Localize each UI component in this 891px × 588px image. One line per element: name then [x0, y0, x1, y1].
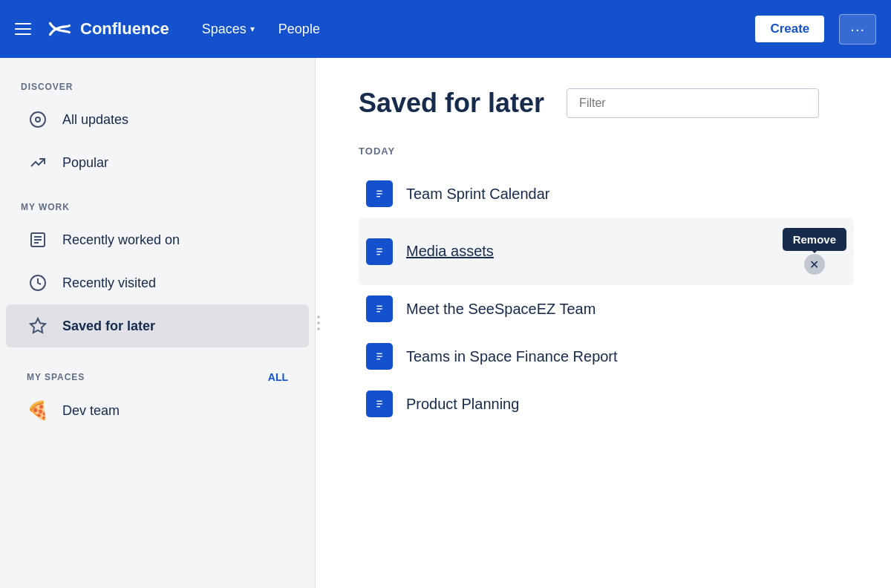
main-header: Saved for later	[359, 88, 854, 119]
today-section-label: TODAY	[359, 146, 854, 157]
list-item-title: Teams in Space Finance Report	[406, 348, 618, 365]
my-spaces-all-link[interactable]: ALL	[268, 371, 288, 383]
list-item-title: Team Sprint Calendar	[406, 186, 549, 203]
document-icon	[366, 295, 393, 322]
sidebar-item-popular[interactable]: Popular	[6, 141, 309, 184]
remove-tooltip: Remove	[783, 228, 846, 251]
my-work-label: MY WORK	[0, 202, 315, 218]
sidebar-item-recently-visited[interactable]: Recently visited	[6, 261, 309, 304]
document-icon	[366, 343, 393, 370]
resize-handle[interactable]	[316, 58, 322, 588]
spaces-chevron-icon: ▾	[250, 24, 255, 34]
list-item[interactable]: Teams in Space Finance Report	[359, 333, 854, 380]
all-updates-label: All updates	[62, 112, 128, 128]
sidebar-item-dev-team[interactable]: 🍕 Dev team	[6, 389, 309, 432]
remove-button[interactable]: ✕	[804, 254, 825, 275]
main-layout: DISCOVER All updates Popular MY WORK	[0, 58, 891, 588]
trending-icon	[27, 151, 49, 174]
logo-icon	[46, 16, 73, 42]
document-icon	[366, 391, 393, 417]
saved-for-later-label: Saved for later	[62, 318, 155, 334]
logo-text: Confluence	[80, 19, 169, 39]
content-list: Team Sprint Calendar Media assetsRemove✕…	[359, 170, 854, 428]
dev-team-label: Dev team	[62, 403, 120, 419]
my-spaces-header: MY SPACES ALL	[6, 365, 309, 389]
filter-input[interactable]	[567, 88, 819, 118]
main-content: Saved for later TODAY Team Sprint Calend…	[322, 58, 891, 588]
list-item[interactable]: Meet the SeeSpaceEZ Team	[359, 285, 854, 333]
dev-team-icon: 🍕	[27, 399, 49, 422]
list-item-title: Media assets	[406, 243, 494, 260]
recently-worked-on-label: Recently worked on	[62, 232, 180, 248]
list-item[interactable]: Team Sprint Calendar	[359, 170, 854, 218]
nav-links: Spaces ▾ People	[192, 16, 330, 43]
document-icon	[366, 238, 393, 265]
discover-label: DISCOVER	[0, 82, 315, 98]
svg-point-1	[36, 117, 40, 122]
recently-visited-label: Recently visited	[62, 275, 156, 291]
remove-area: Remove✕	[783, 228, 846, 275]
hamburger-menu[interactable]	[15, 23, 31, 35]
list-item[interactable]: Product Planning	[359, 380, 854, 428]
top-nav: Confluence Spaces ▾ People Create ···	[0, 0, 891, 58]
sidebar: DISCOVER All updates Popular MY WORK	[0, 58, 316, 588]
more-button[interactable]: ···	[839, 14, 876, 45]
popular-label: Popular	[62, 155, 108, 171]
document-icon	[366, 180, 393, 207]
svg-point-0	[30, 112, 45, 127]
clock-icon	[27, 272, 49, 294]
confluence-logo[interactable]: Confluence	[46, 16, 169, 42]
sidebar-item-recently-worked-on[interactable]: Recently worked on	[6, 218, 309, 261]
compass-icon	[27, 108, 49, 131]
create-button[interactable]: Create	[755, 16, 824, 42]
spaces-nav-link[interactable]: Spaces ▾	[192, 16, 265, 43]
sidebar-item-all-updates[interactable]: All updates	[6, 98, 309, 141]
list-item-title: Product Planning	[406, 396, 519, 413]
svg-marker-7	[30, 318, 45, 333]
people-nav-link[interactable]: People	[268, 16, 330, 43]
resize-dots	[317, 316, 320, 330]
my-spaces-label: MY SPACES	[27, 372, 85, 382]
page-title: Saved for later	[359, 88, 544, 119]
list-item-title: Meet the SeeSpaceEZ Team	[406, 301, 595, 318]
list-item[interactable]: Media assetsRemove✕	[359, 218, 854, 285]
sidebar-item-saved-for-later[interactable]: Saved for later	[6, 304, 309, 347]
star-icon	[27, 315, 49, 337]
document-list-icon	[27, 229, 49, 251]
